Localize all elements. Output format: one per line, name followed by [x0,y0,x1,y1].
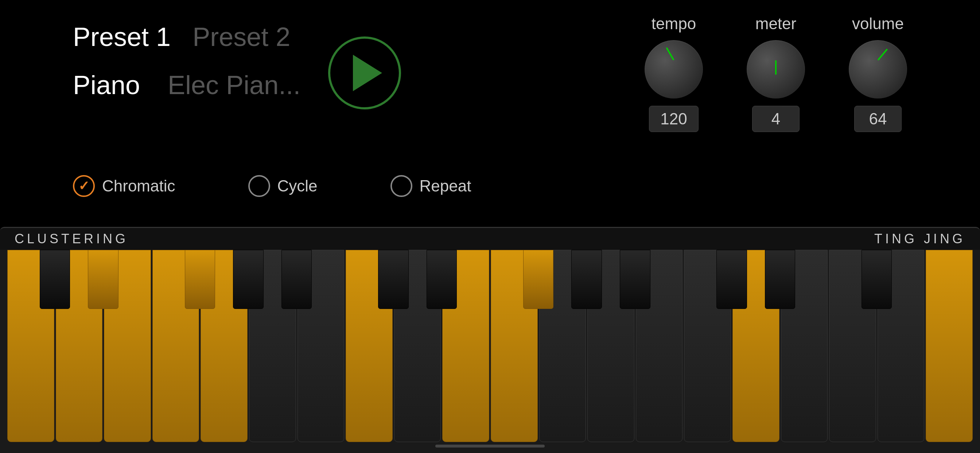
instrument-active-label[interactable]: Piano [73,70,146,100]
black-key-7[interactable] [523,250,554,309]
keyboard-scrollbar[interactable] [435,445,545,448]
tempo-label: tempo [652,14,696,33]
repeat-label: Repeat [420,177,471,195]
black-key-9[interactable] [620,250,651,309]
volume-value[interactable]: 64 [854,106,902,132]
preset-active-label[interactable]: Preset 1 [73,22,170,52]
app-container: Preset 1 Preset 2 Piano Elec Pian... tem… [0,0,980,453]
volume-label: volume [852,14,904,33]
meter-knob[interactable] [747,40,805,99]
keyboard-brand-right: TING JING [874,231,966,247]
cycle-option[interactable]: Cycle [248,175,318,197]
repeat-radio[interactable] [390,175,412,197]
chromatic-check-icon: ✓ [78,179,89,194]
play-button-container [328,37,401,109]
preset-inactive-label[interactable]: Preset 2 [192,22,290,52]
volume-indicator [877,48,888,61]
tempo-knob-container: tempo 120 [644,14,703,132]
black-key-5[interactable] [378,250,409,309]
repeat-option[interactable]: Repeat [390,175,471,197]
chromatic-label: Chromatic [102,177,175,195]
left-panel: Preset 1 Preset 2 Piano Elec Pian... [73,22,328,122]
black-key-6[interactable] [426,250,457,309]
white-keys-row [7,250,973,442]
tempo-value[interactable]: 120 [649,106,698,132]
meter-indicator [775,60,776,75]
black-key-12[interactable] [862,250,892,309]
black-key-1[interactable] [88,250,118,309]
play-button[interactable] [328,37,401,109]
tempo-knob[interactable] [644,40,703,99]
cycle-radio[interactable] [248,175,270,197]
chromatic-option[interactable]: ✓ Chromatic [73,175,175,197]
play-icon [353,55,382,91]
meter-label: meter [756,14,796,33]
piano-keyboard [7,250,973,442]
black-key-3[interactable] [233,250,264,309]
preset-row: Preset 1 Preset 2 [73,22,328,52]
keyboard-header: CLUSTERING TING JING [0,228,980,250]
black-key-10[interactable] [716,250,747,309]
black-key-0[interactable] [40,250,70,309]
tempo-indicator [666,47,674,61]
cycle-label: Cycle [277,177,318,195]
instrument-inactive-label[interactable]: Elec Pian... [168,70,301,100]
meter-value[interactable]: 4 [752,106,800,132]
right-panel: tempo 120 meter 4 volume 64 [644,14,907,132]
instrument-row: Piano Elec Pian... [73,70,328,100]
keyboard-brand-left: CLUSTERING [14,231,128,247]
keyboard-section: CLUSTERING TING JING [0,227,980,453]
black-key-8[interactable] [571,250,602,309]
black-key-11[interactable] [765,250,795,309]
meter-knob-container: meter 4 [747,14,805,132]
volume-knob[interactable] [849,40,907,99]
chromatic-radio[interactable]: ✓ [73,175,95,197]
options-row: ✓ Chromatic Cycle Repeat [73,175,471,197]
black-key-4[interactable] [282,250,312,309]
white-key-19[interactable] [926,250,973,442]
black-key-2[interactable] [185,250,215,309]
volume-knob-container: volume 64 [849,14,907,132]
